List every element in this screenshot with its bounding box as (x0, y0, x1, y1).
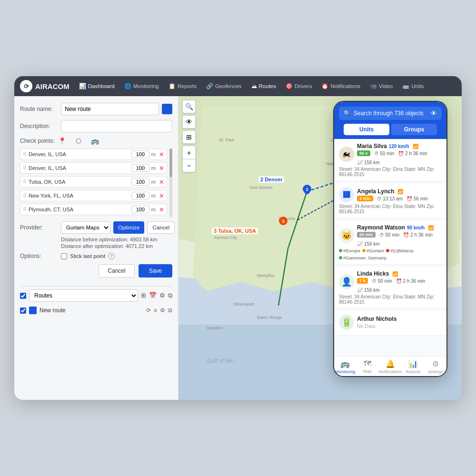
route-name-row: Route name: (20, 103, 172, 115)
unit-stats: 56 s ⏱ 50 min ⏰ 2 h 36 min 📈 156 km (357, 150, 442, 165)
unit-time-badge: 56 s (357, 150, 370, 156)
app-frame: ⟳ AIRACOM 📊 Dashboard 🌐 Monitoring 📋 Rep… (14, 76, 462, 400)
unit-name: Arthur Nichols (357, 316, 397, 322)
unit-item-arthur[interactable]: 🔋 Arthur Nichols No Data (334, 311, 446, 336)
route-item-list-icon[interactable]: ≡ (154, 307, 157, 314)
unit-name: Raymond Watson (357, 224, 405, 231)
nav-drivers[interactable]: 🎯 Drivers (282, 81, 316, 91)
mobile-eye-icon[interactable]: 👁 (430, 109, 437, 117)
description-row: Description: (20, 120, 172, 132)
mobile-nav-notifications[interactable]: 🔔 Notifications (379, 359, 402, 374)
route-item-copy-icon[interactable]: ⧉ (168, 307, 172, 314)
route-item-edit-icon[interactable]: ⟳ (146, 307, 151, 314)
nav-dashboard[interactable]: 📊 Dashboard (75, 81, 119, 91)
unit-item-linda[interactable]: 👤 Linda Hicks 📶 7 h ⏱ 50 min ⏰ 2 h 36 mi… (334, 267, 446, 309)
checkpoint-item: ⠿ Tulsa, OK, USA m ✕ (20, 176, 167, 188)
routes-settings-icon[interactable]: ⚙ (159, 292, 165, 299)
stick-last-point-label: Stick last point (70, 253, 105, 259)
checkpoint-radius-input[interactable] (131, 150, 149, 158)
mobile-tab-units[interactable]: Units (344, 124, 389, 135)
svg-text:Houston: Houston (207, 326, 223, 330)
markers-map-button[interactable]: ⊞ (182, 130, 196, 144)
main-content: Route name: Description: Check points: 📍… (14, 96, 462, 400)
map-area[interactable]: Gulf of Me... St. Paul Des Moines Kansas… (178, 96, 462, 400)
route-item-settings-icon[interactable]: ⚙ (160, 307, 165, 314)
delete-checkpoint-icon[interactable]: ✕ (159, 151, 164, 158)
options-row: Options: Stick last point ? (20, 253, 172, 259)
unit-speed: 120 km/h (389, 144, 409, 149)
zoom-group: + − (182, 146, 196, 172)
unit-distance: 📈 156 km (357, 241, 380, 247)
save-button[interactable]: Save (139, 264, 172, 278)
route-color-picker[interactable] (162, 104, 172, 114)
cancel-optimize-button[interactable]: Cancel (147, 221, 175, 234)
drag-handle-icon[interactable]: ⠿ (23, 207, 27, 213)
mobile-search-input[interactable]: 🔍 Search through 736 objects 👁 (339, 107, 442, 120)
delete-checkpoint-icon[interactable]: ✕ (159, 192, 164, 199)
checkpoint-radius-input[interactable] (131, 164, 149, 172)
unit-item-maria[interactable]: 🏍 Maria Silva 120 km/h 📶 56 s ⏱ 50 min (334, 139, 446, 181)
unit-address: Street: 34 American City: Etna State: MN… (339, 167, 442, 177)
nav-reports[interactable]: 📋 Reports (165, 81, 200, 91)
unit-tags: #Europe #Gurtam #(c)Belarus #Gannover, G… (339, 248, 442, 260)
delete-checkpoint-icon[interactable]: ✕ (159, 178, 164, 186)
provider-select[interactable]: Gurtam Maps (61, 221, 110, 234)
checkpoint-name: Plymouth, CT, USA (29, 207, 129, 212)
zoom-in-button[interactable]: + (182, 146, 196, 159)
routes-grid-icon[interactable]: ⊞ (141, 292, 146, 299)
drag-handle-icon[interactable]: ⠿ (23, 179, 27, 185)
mobile-nav-settings[interactable]: ⚙ Settings (424, 359, 446, 374)
route-item-name: New route (40, 307, 143, 314)
unit-duration: ⏰ 56 min (407, 196, 428, 201)
nav-geofences[interactable]: 🔗 Geofences (202, 81, 246, 91)
drag-handle-icon[interactable]: ⠿ (23, 151, 27, 158)
drag-handle-icon[interactable]: ⠿ (23, 165, 27, 171)
svg-text:2: 2 (306, 187, 308, 192)
routes-checkbox[interactable] (20, 293, 26, 299)
help-icon[interactable]: ? (108, 253, 115, 259)
unit-duration: ⏰ 2 h 36 min (398, 150, 427, 156)
unit-time: ⏱ 50 min (379, 232, 400, 238)
mobile-nav-monitoring[interactable]: 🚌 Monitoring (334, 359, 357, 374)
route-name-input[interactable] (61, 103, 159, 115)
unit-item-raymond[interactable]: 🐱 Raymond Watson 90 km/h 📶 20 min ⏱ 50 m… (334, 220, 446, 265)
nav-video[interactable]: 📹 Video (366, 81, 397, 91)
zoom-out-button[interactable]: − (182, 159, 196, 172)
nav-notifications[interactable]: ⏰ Notifications (317, 81, 364, 91)
drag-handle-icon[interactable]: ⠿ (23, 193, 27, 199)
layers-map-button[interactable]: 👁 (182, 115, 196, 129)
unit-header: 👤 Linda Hicks 📶 7 h ⏱ 50 min ⏰ 2 h 36 mi… (339, 270, 442, 293)
add-checkpoint-unit-icon[interactable]: 🚌 (91, 137, 99, 145)
delete-checkpoint-icon[interactable]: ✕ (159, 165, 164, 172)
nav-monitoring[interactable]: 🌐 Monitoring (120, 81, 163, 91)
route-item-checkbox[interactable] (20, 307, 26, 314)
cancel-button[interactable]: Cancel (99, 264, 134, 278)
mobile-search-icon: 🔍 (344, 110, 351, 117)
description-input[interactable] (61, 120, 172, 132)
checkpoint-radius-input[interactable] (131, 206, 149, 213)
optimize-button[interactable]: Optimize (113, 221, 144, 234)
checkpoint-radius-input[interactable] (131, 178, 149, 186)
mobile-nav-map[interactable]: 🗺 Map (357, 359, 379, 374)
units-icon: 🚌 (402, 83, 409, 89)
search-map-button[interactable]: 🔍 (182, 100, 196, 113)
stick-last-point-checkbox[interactable] (61, 253, 67, 259)
nav-routes[interactable]: ⛰ Routes (248, 81, 280, 91)
mobile-bottom-nav: 🚌 Monitoring 🗺 Map 🔔 Notifications 📊 Rep… (334, 356, 446, 376)
mobile-tab-groups[interactable]: Groups (391, 124, 437, 135)
routes-calendar-icon[interactable]: 📅 (149, 292, 157, 299)
delete-checkpoint-icon[interactable]: ✕ (159, 206, 164, 213)
nav-units[interactable]: 🚌 Units (398, 81, 427, 91)
video-icon: 📹 (370, 83, 377, 89)
reports-icon: 📋 (169, 83, 176, 89)
add-checkpoint-geofence-icon[interactable]: ⬡ (76, 137, 81, 145)
routes-select[interactable]: Routes (29, 289, 138, 302)
checkpoint-icon-group: 📍 ⬡ 🚌 (58, 137, 172, 145)
routes-copy-icon[interactable]: ⧉ (168, 292, 172, 299)
unit-item-angela[interactable]: 🅿 Angela Lynch 📶 3 min ⏱ 13:13 am ⏰ 56 m… (334, 183, 446, 218)
svg-text:Des Moines: Des Moines (250, 185, 273, 190)
mobile-nav-reports[interactable]: 📊 Reports (402, 359, 425, 374)
checkpoint-radius-input[interactable] (131, 192, 149, 199)
checkpoint-scrollbar[interactable] (169, 149, 172, 218)
add-checkpoint-pin-icon[interactable]: 📍 (58, 137, 66, 145)
